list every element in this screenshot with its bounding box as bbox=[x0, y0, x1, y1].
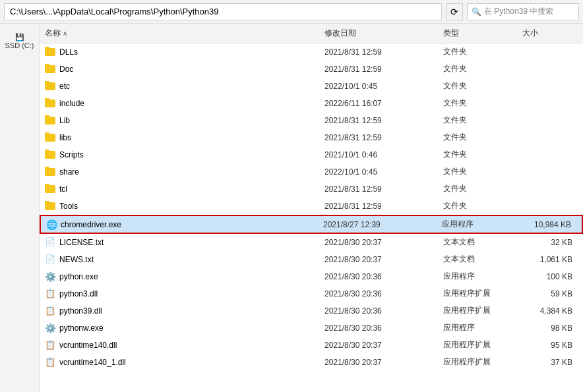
file-name-cell: 📄 LICENSE.txt bbox=[40, 237, 319, 248]
drive-icon: 💾 bbox=[15, 33, 24, 42]
file-type: 文件夹 bbox=[438, 79, 517, 93]
dll-icon: 📋 bbox=[45, 289, 55, 298]
file-name-cell: 🌐 chromedriver.exe bbox=[41, 219, 318, 230]
file-name: Lib bbox=[59, 116, 70, 125]
table-row[interactable]: 📄 LICENSE.txt 2021/8/30 20:37 文本文档 32 KB bbox=[40, 234, 583, 251]
file-date: 2021/8/30 20:37 bbox=[319, 237, 438, 248]
file-name-cell: share bbox=[40, 167, 319, 177]
file-icon-container bbox=[45, 64, 55, 74]
file-name: include bbox=[59, 99, 84, 108]
table-row[interactable]: include 2022/6/11 16:07 文件夹 bbox=[40, 95, 583, 112]
file-type: 文件夹 bbox=[438, 62, 517, 76]
file-icon-container bbox=[45, 184, 55, 194]
table-row[interactable]: ⚙️ python.exe 2021/8/30 20:36 应用程序 100 K… bbox=[40, 268, 583, 285]
table-row[interactable]: ⚙️ pythonw.exe 2021/8/30 20:36 应用程序 98 K… bbox=[40, 320, 583, 337]
folder-icon bbox=[45, 48, 55, 56]
table-row[interactable]: 📋 python39.dll 2021/8/30 20:36 应用程序扩展 4,… bbox=[40, 302, 583, 320]
table-row[interactable]: 🌐 chromedriver.exe 2021/8/27 12:39 应用程序 … bbox=[40, 215, 583, 234]
file-size bbox=[517, 154, 583, 156]
sidebar-item-label: SSD (C:) bbox=[5, 42, 34, 49]
search-placeholder: 在 Python39 中搜索 bbox=[484, 6, 553, 17]
file-size bbox=[517, 119, 583, 122]
table-row[interactable]: 📋 python3.dll 2021/8/30 20:36 应用程序扩展 59 … bbox=[40, 285, 583, 302]
txt-icon: 📄 bbox=[45, 254, 55, 264]
file-size bbox=[517, 205, 583, 208]
file-icon-container: 🌐 bbox=[46, 219, 57, 230]
file-name-cell: Tools bbox=[40, 201, 319, 211]
file-name-cell: 📋 vcruntime140_1.dll bbox=[40, 357, 319, 368]
file-size: 32 KB bbox=[517, 237, 583, 248]
file-name-cell: include bbox=[40, 98, 319, 109]
file-name: python.exe bbox=[59, 272, 98, 281]
file-date: 2021/8/31 12:59 bbox=[319, 132, 438, 144]
col-header-name[interactable]: 名称 ∧ bbox=[40, 26, 319, 40]
file-icon-container bbox=[45, 47, 55, 57]
address-path[interactable]: C:\Users\...\AppData\Local\Programs\Pyth… bbox=[4, 3, 442, 20]
file-type: 文本文档 bbox=[438, 252, 517, 266]
file-size bbox=[517, 85, 583, 88]
search-box[interactable]: 🔍 在 Python39 中搜索 bbox=[467, 3, 579, 20]
file-size: 59 KB bbox=[517, 288, 583, 300]
table-row[interactable]: Doc 2021/8/31 12:59 文件夹 bbox=[40, 61, 583, 78]
refresh-button[interactable]: ⟳ bbox=[446, 3, 463, 20]
file-date: 2021/8/30 20:37 bbox=[319, 339, 438, 351]
col-header-size[interactable]: 大小 bbox=[517, 26, 583, 40]
table-row[interactable]: 📋 vcruntime140.dll 2021/8/30 20:37 应用程序扩… bbox=[40, 337, 583, 354]
exe-icon: ⚙️ bbox=[45, 323, 56, 333]
file-date: 2022/6/11 16:07 bbox=[319, 98, 438, 109]
table-row[interactable]: 📄 NEWS.txt 2021/8/30 20:37 文本文档 1,061 KB bbox=[40, 251, 583, 268]
file-icon-container bbox=[45, 201, 55, 211]
file-icon-container bbox=[45, 132, 55, 143]
address-bar: C:\Users\...\AppData\Local\Programs\Pyth… bbox=[0, 0, 583, 24]
file-name-cell: 📋 python39.dll bbox=[40, 306, 319, 316]
main-layout: 💾 SSD (C:) 名称 ∧ 修改日期 类型 大小 bbox=[0, 24, 583, 392]
table-row[interactable]: etc 2022/10/1 0:45 文件夹 bbox=[40, 78, 583, 95]
file-icon-container: 📋 bbox=[45, 340, 55, 350]
file-name-cell: Doc bbox=[40, 64, 319, 74]
col-header-type[interactable]: 类型 bbox=[438, 26, 517, 40]
file-date: 2021/8/31 12:59 bbox=[319, 46, 438, 58]
table-row[interactable]: 📋 vcruntime140_1.dll 2021/8/30 20:37 应用程… bbox=[40, 354, 583, 371]
file-name-cell: DLLs bbox=[40, 47, 319, 57]
file-name-cell: ⚙️ python.exe bbox=[40, 271, 319, 282]
file-icon-container: ⚙️ bbox=[45, 271, 55, 282]
file-date: 2021/8/31 12:59 bbox=[319, 63, 438, 75]
sidebar-item-ssdc[interactable]: 💾 SSD (C:) bbox=[0, 29, 39, 53]
file-date: 2022/10/1 0:45 bbox=[319, 166, 438, 178]
file-date: 2021/8/31 12:59 bbox=[319, 200, 438, 212]
table-row[interactable]: Scripts 2021/10/1 0:46 文件夹 bbox=[40, 146, 583, 163]
file-name: python39.dll bbox=[59, 306, 102, 316]
file-size: 37 KB bbox=[517, 356, 583, 368]
file-name-cell: ⚙️ pythonw.exe bbox=[40, 323, 319, 333]
file-type: 文件夹 bbox=[438, 130, 517, 144]
file-name-cell: 📋 python3.dll bbox=[40, 289, 319, 299]
file-size: 10,984 KB bbox=[516, 219, 582, 231]
table-row[interactable]: DLLs 2021/8/31 12:59 文件夹 bbox=[40, 43, 583, 61]
sort-arrow-name: ∧ bbox=[63, 30, 67, 37]
file-name-cell: tcl bbox=[40, 184, 319, 194]
txt-icon: 📄 bbox=[45, 237, 55, 247]
table-row[interactable]: share 2022/10/1 0:45 文件夹 bbox=[40, 163, 583, 181]
col-header-date[interactable]: 修改日期 bbox=[319, 26, 438, 40]
file-size bbox=[517, 102, 583, 105]
file-icon-container: ⚙️ bbox=[45, 323, 55, 333]
file-type: 文件夹 bbox=[438, 113, 517, 127]
file-icon-container bbox=[45, 167, 55, 177]
file-name-cell: 📄 NEWS.txt bbox=[40, 254, 319, 265]
file-name: vcruntime140.dll bbox=[59, 341, 117, 350]
dll-icon: 📋 bbox=[45, 306, 55, 316]
file-type: 应用程序扩展 bbox=[438, 287, 517, 300]
file-name: DLLs bbox=[59, 47, 78, 57]
column-headers: 名称 ∧ 修改日期 类型 大小 bbox=[40, 24, 583, 43]
file-date: 2022/10/1 0:45 bbox=[319, 80, 438, 92]
table-row[interactable]: tcl 2021/8/31 12:59 文件夹 bbox=[40, 181, 583, 198]
table-row[interactable]: Lib 2021/8/31 12:59 文件夹 bbox=[40, 112, 583, 129]
file-date: 2021/10/1 0:46 bbox=[319, 149, 438, 161]
folder-icon bbox=[45, 134, 55, 142]
table-row[interactable]: Tools 2021/8/31 12:59 文件夹 bbox=[40, 198, 583, 215]
file-name: Scripts bbox=[59, 150, 84, 159]
folder-icon bbox=[45, 202, 55, 210]
search-icon: 🔍 bbox=[472, 7, 481, 16]
file-name: NEWS.txt bbox=[59, 255, 94, 264]
table-row[interactable]: libs 2021/8/31 12:59 文件夹 bbox=[40, 129, 583, 146]
